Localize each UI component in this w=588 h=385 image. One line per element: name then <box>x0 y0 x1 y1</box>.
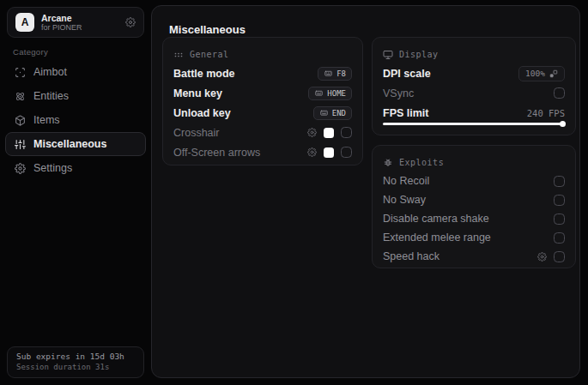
account-settings-icon[interactable] <box>125 17 136 27</box>
keybind-value: END <box>332 109 346 117</box>
monitor-icon <box>383 50 393 60</box>
brand-text: Arcane for PIONER <box>41 13 118 32</box>
crosshair-checkbox[interactable] <box>341 127 352 138</box>
keyboard-icon <box>319 109 329 117</box>
sidebar-item-label: Settings <box>33 162 72 174</box>
keybind-unload-key[interactable]: END <box>313 106 352 120</box>
items-box-icon <box>15 115 26 126</box>
entities-atom-icon <box>15 91 26 102</box>
main-panel: Miscellaneous General Battle mode F8 Men… <box>151 5 580 378</box>
offscreen-arrows-settings-gear-icon[interactable] <box>307 147 317 157</box>
setting-row-vsync: VSync <box>383 83 565 103</box>
keyboard-icon <box>324 69 333 77</box>
setting-row-offscreen-arrows: Off-Screen arrows <box>173 142 352 162</box>
app-logo: A <box>15 13 34 32</box>
keyboard-icon <box>314 89 324 97</box>
setting-label: Menu key <box>173 87 222 99</box>
setting-label: DPI scale <box>383 68 431 80</box>
subscription-info-card: Sub expires in 15d 03h Session duration … <box>7 346 144 378</box>
general-card-title: General <box>190 50 229 59</box>
sliders-icon <box>15 139 26 150</box>
crosshair-settings-gear-icon[interactable] <box>307 128 317 137</box>
setting-label: Unload key <box>173 107 231 119</box>
setting-row-battle-mode: Battle mode F8 <box>173 63 352 83</box>
slider-fill <box>383 123 563 125</box>
display-card-title: Display <box>399 50 439 59</box>
keybind-menu-key[interactable]: HOME <box>308 87 352 100</box>
sidebar-item-label: Miscellaneous <box>33 138 106 150</box>
exploits-card-title: Exploits <box>399 158 444 167</box>
crosshair-color-swatch[interactable] <box>324 128 334 138</box>
app-window: A Arcane for PIONER Category Aimbot <box>0 0 588 385</box>
sidebar-nav: Aimbot Entities Items Miscellaneous <box>5 60 146 180</box>
setting-label: Crosshair <box>173 127 220 139</box>
setting-row-no-sway: No Sway <box>383 190 565 209</box>
offscreen-arrows-color-swatch[interactable] <box>324 147 334 158</box>
disable-camera-shake-checkbox[interactable] <box>554 214 565 225</box>
speed-hack-checkbox[interactable] <box>554 251 565 262</box>
setting-label: FPS limit <box>383 107 428 119</box>
setting-row-disable-camera-shake: Disable camera shake <box>383 209 565 228</box>
setting-row-crosshair: Crosshair <box>173 123 352 142</box>
brand-card: A Arcane for PIONER <box>7 7 144 38</box>
speed-hack-settings-gear-icon[interactable] <box>537 252 547 262</box>
setting-label: Battle mode <box>173 68 235 80</box>
sub-expiry-text: Sub expires in 15d 03h <box>16 352 135 361</box>
sidebar-item-items[interactable]: Items <box>5 108 146 132</box>
slider-knob[interactable] <box>560 121 566 127</box>
dpi-scale-value: 100% <box>525 69 545 78</box>
sidebar-item-miscellaneous[interactable]: Miscellaneous <box>5 132 146 156</box>
sidebar-item-label: Aimbot <box>33 66 67 78</box>
sidebar: A Arcane for PIONER Category Aimbot <box>0 0 151 385</box>
display-card: Display DPI scale 100% VSync FPS limit 2… <box>372 37 576 135</box>
setting-row-extended-melee-range: Extended melee range <box>383 228 565 247</box>
page-title: Miscellaneous <box>169 23 246 36</box>
gear-icon <box>15 163 26 174</box>
grid-dots-icon <box>173 50 184 60</box>
exploits-card-header: Exploits <box>383 153 565 171</box>
keybind-battle-mode[interactable]: F8 <box>318 67 352 81</box>
aimbot-scan-icon <box>15 67 26 78</box>
sidebar-item-aimbot[interactable]: Aimbot <box>5 60 146 84</box>
scale-icon <box>549 69 558 78</box>
app-name: Arcane <box>41 13 118 23</box>
exploits-card: Exploits No Recoil No Sway Disable camer… <box>372 145 576 268</box>
sidebar-item-entities[interactable]: Entities <box>5 84 146 108</box>
app-subtitle: for PIONER <box>41 23 118 32</box>
setting-row-menu-key: Menu key HOME <box>173 83 352 103</box>
fps-limit-value: 240 FPS <box>527 108 565 118</box>
setting-label: Extended melee range <box>383 232 491 244</box>
dpi-scale-selector[interactable]: 100% <box>518 66 565 81</box>
setting-label: Disable camera shake <box>383 213 489 225</box>
no-sway-checkbox[interactable] <box>554 195 565 206</box>
setting-label: Off-Screen arrows <box>173 147 260 159</box>
setting-label: VSync <box>383 87 414 99</box>
setting-row-speed-hack: Speed hack <box>383 247 565 266</box>
setting-label: No Recoil <box>383 175 429 187</box>
setting-row-dpi-scale: DPI scale 100% <box>383 63 565 83</box>
category-label: Category <box>13 47 48 57</box>
no-recoil-checkbox[interactable] <box>554 176 565 187</box>
general-card: General Battle mode F8 Menu key HOME Unl… <box>162 37 363 165</box>
offscreen-arrows-checkbox[interactable] <box>341 147 352 158</box>
sidebar-item-settings[interactable]: Settings <box>5 156 146 180</box>
session-duration-text: Session duration 31s <box>16 363 135 371</box>
keybind-value: F8 <box>336 69 346 78</box>
keybind-value: HOME <box>327 89 346 98</box>
sidebar-item-label: Entities <box>33 90 69 102</box>
setting-row-no-recoil: No Recoil <box>383 171 565 190</box>
sidebar-item-label: Items <box>33 114 60 126</box>
setting-row-fps-limit: FPS limit 240 FPS <box>383 103 565 123</box>
setting-label: No Sway <box>383 194 426 206</box>
general-card-header: General <box>173 45 352 63</box>
setting-label: Speed hack <box>383 250 439 262</box>
display-card-header: Display <box>383 45 565 63</box>
setting-row-unload-key: Unload key END <box>173 103 352 123</box>
vsync-checkbox[interactable] <box>554 87 565 99</box>
fps-limit-slider[interactable] <box>383 121 565 127</box>
bug-icon <box>383 158 393 168</box>
extended-melee-range-checkbox[interactable] <box>554 232 565 244</box>
